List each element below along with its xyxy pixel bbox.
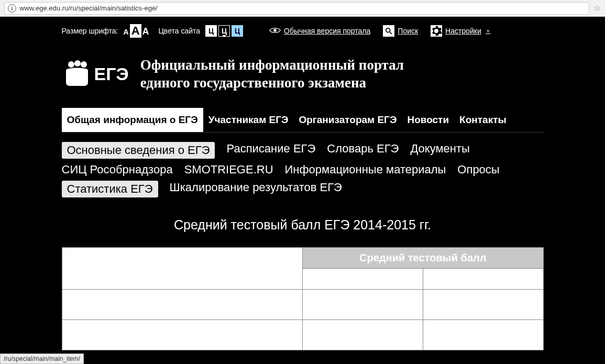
- font-size-large[interactable]: А: [142, 26, 149, 37]
- table-cell: [62, 319, 303, 350]
- site-title: Официальный информационный портал единог…: [140, 57, 404, 92]
- logo-mark-icon: [62, 60, 92, 89]
- search-link[interactable]: Поиск: [383, 25, 418, 37]
- site-header: ЕГЭ Официальный информационный портал ед…: [62, 43, 544, 108]
- tab-contacts[interactable]: Контакты: [454, 108, 512, 132]
- svg-point-3: [68, 61, 74, 68]
- font-size-switcher: А А А: [124, 24, 149, 38]
- subnav-basic-info[interactable]: Основные сведения о ЕГЭ: [62, 142, 215, 159]
- subnav-dictionary[interactable]: Словарь ЕГЭ: [327, 142, 399, 159]
- subnav-schedule[interactable]: Расписание ЕГЭ: [226, 142, 315, 159]
- table-header-blank: [62, 247, 303, 289]
- color-scheme-dark[interactable]: Ц: [218, 25, 230, 37]
- chevron-down-icon: ▼: [486, 28, 491, 34]
- search-icon: [383, 25, 394, 37]
- table-header-score: Средний тестовый балл: [303, 247, 544, 268]
- eye-icon: [269, 26, 281, 36]
- url-field[interactable]: i www.ege.edu.ru/ru/special/main/satisti…: [4, 2, 589, 15]
- settings-link[interactable]: Настройки ▼: [431, 25, 491, 37]
- site-title-line2: единого государственного экзамена: [140, 74, 404, 92]
- site-title-line1: Официальный информационный портал: [140, 57, 404, 74]
- subnav-info-materials[interactable]: Информационные материалы: [285, 163, 446, 177]
- page-body: Размер шрифта: А А А Цвета сайта Ц Ц Ц О…: [0, 17, 605, 364]
- subnav-documents[interactable]: Документы: [410, 142, 469, 159]
- colors-label: Цвета сайта: [159, 27, 201, 35]
- main-content: Средний тестовый балл ЕГЭ 2014-2015 гг. …: [62, 203, 544, 350]
- gear-icon: [431, 25, 442, 37]
- sub-nav: Основные сведения о ЕГЭ Расписание ЕГЭ С…: [62, 133, 544, 203]
- table-subheader-1: [303, 268, 423, 289]
- svg-point-5: [81, 61, 87, 68]
- svg-point-0: [273, 29, 277, 32]
- url-text: www.ege.edu.ru/ru/special/main/satistics…: [19, 4, 158, 12]
- settings-label: Настройки: [445, 27, 481, 35]
- site-logo[interactable]: ЕГЭ: [62, 60, 129, 89]
- svg-point-4: [74, 60, 81, 67]
- subnav-sic[interactable]: СИЦ Рособрнадзора: [62, 163, 173, 177]
- subnav-polls[interactable]: Опросы: [457, 163, 499, 177]
- search-label: Поиск: [398, 27, 418, 35]
- browser-address-bar: i www.ege.edu.ru/ru/special/main/satisti…: [0, 0, 605, 17]
- browser-status-bar: /ru/special/main/main_item/: [0, 354, 84, 364]
- normal-version-link[interactable]: Обычная версия портала: [269, 26, 370, 36]
- table-cell: [62, 289, 303, 319]
- table-cell: [303, 319, 423, 350]
- subnav-smotriege[interactable]: SMOTRIEGE.RU: [184, 163, 273, 177]
- tab-participants[interactable]: Участникам ЕГЭ: [203, 108, 294, 132]
- color-scheme-switcher: Ц Ц Ц: [205, 25, 243, 37]
- site-info-icon[interactable]: i: [8, 4, 16, 13]
- stats-table: Средний тестовый балл: [62, 247, 544, 350]
- subnav-statistics[interactable]: Статистика ЕГЭ: [62, 181, 158, 197]
- table-cell: [303, 289, 423, 319]
- tab-general-info[interactable]: Общая информация о ЕГЭ: [62, 108, 203, 132]
- page-heading: Средний тестовый балл ЕГЭ 2014-2015 гг.: [62, 217, 544, 233]
- table-row: [62, 319, 543, 350]
- table-row: [62, 289, 543, 319]
- primary-nav: Общая информация о ЕГЭ Участникам ЕГЭ Ор…: [62, 108, 544, 133]
- svg-line-2: [390, 32, 392, 34]
- table-cell: [423, 319, 543, 350]
- color-scheme-blue[interactable]: Ц: [232, 25, 243, 37]
- font-size-label: Размер шрифта:: [62, 27, 118, 35]
- bookmark-star-icon[interactable]: ☆: [593, 3, 601, 13]
- tab-news[interactable]: Новости: [402, 108, 454, 132]
- tab-organizers[interactable]: Организаторам ЕГЭ: [293, 108, 402, 132]
- svg-point-1: [386, 28, 390, 32]
- table-cell: [423, 289, 543, 319]
- color-scheme-light[interactable]: Ц: [205, 25, 217, 37]
- table-subheader-2: [423, 268, 543, 289]
- subnav-scaling[interactable]: Шкалирование результатов ЕГЭ: [170, 181, 342, 197]
- font-size-small[interactable]: А: [124, 28, 129, 36]
- normal-version-label: Обычная версия портала: [284, 27, 370, 35]
- font-size-medium[interactable]: А: [130, 24, 141, 38]
- accessibility-toolbar: Размер шрифта: А А А Цвета сайта Ц Ц Ц О…: [62, 17, 544, 43]
- logo-text: ЕГЭ: [94, 64, 129, 84]
